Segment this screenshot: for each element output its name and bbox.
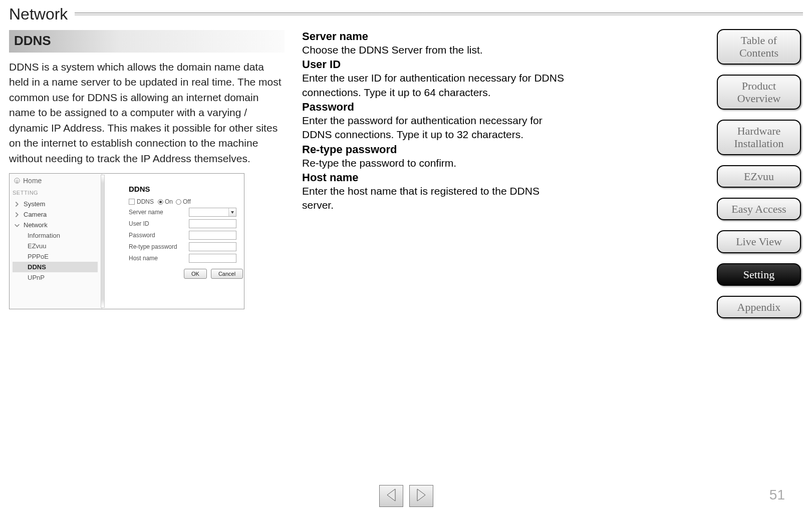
cancel-button[interactable]: Cancel xyxy=(211,269,243,279)
host-name-input[interactable] xyxy=(189,254,236,263)
def-desc-server-name: Choose the DDNS Server from the list. xyxy=(302,43,573,57)
user-id-input[interactable] xyxy=(189,219,236,228)
left-column: DDNS DDNS is a system which allows the d… xyxy=(9,30,285,309)
sidebar-sub-upnp[interactable]: UPnP xyxy=(13,272,102,283)
def-term-password: Password xyxy=(302,101,573,114)
def-term-host-name: Host name xyxy=(302,171,573,184)
pager xyxy=(379,485,433,507)
sidebar-sub-ddns[interactable]: DDNS xyxy=(13,262,98,272)
form-row-retype: Re-type password xyxy=(129,242,240,251)
screenshot-sidebar: Home SETTING System Camera Network Infor… xyxy=(10,174,102,309)
sidebar-item-camera[interactable]: Camera xyxy=(13,209,102,220)
form-row-server-name: Server name xyxy=(129,208,240,217)
def-desc-retype-password: Re-type the password to confirm. xyxy=(302,156,573,170)
chevron-down-icon xyxy=(14,222,21,229)
chevron-right-icon xyxy=(14,211,21,218)
form-row-password: Password xyxy=(129,231,240,240)
nav-product-overview[interactable]: Product Overview xyxy=(717,75,801,110)
server-name-label: Server name xyxy=(129,209,189,216)
settings-screenshot: Home SETTING System Camera Network Infor… xyxy=(9,173,244,309)
ddns-enable-checkbox[interactable] xyxy=(129,199,135,205)
def-desc-password: Enter the password for authentication ne… xyxy=(302,114,573,142)
def-term-user-id: User ID xyxy=(302,58,573,71)
sidebar-item-label: Network xyxy=(24,221,48,229)
host-name-label: Host name xyxy=(129,255,189,262)
home-icon xyxy=(14,177,21,184)
ddns-off-label: Off xyxy=(183,198,191,205)
sidebar-sub-pppoe[interactable]: PPPoE xyxy=(13,251,102,262)
right-nav: Table of Contents Product Overview Hardw… xyxy=(717,29,801,318)
page-title-row: Network xyxy=(9,4,803,24)
section-paragraph: DDNS is a system which allows the domain… xyxy=(9,60,285,166)
arrow-right-icon xyxy=(415,488,427,504)
section-heading: DDNS xyxy=(9,30,285,53)
arrow-left-icon xyxy=(385,488,397,504)
definitions-column: Server name Choose the DDNS Server from … xyxy=(302,30,573,213)
form-row-user-id: User ID xyxy=(129,219,240,228)
ddns-off-radio[interactable] xyxy=(176,199,181,205)
sidebar-item-label: Camera xyxy=(24,211,47,218)
retype-password-input[interactable] xyxy=(189,242,236,251)
svg-marker-1 xyxy=(387,489,395,501)
nav-easy-access[interactable]: Easy Access xyxy=(717,198,801,220)
def-term-retype-password: Re-type password xyxy=(302,143,573,156)
retype-password-label: Re-type password xyxy=(129,243,189,250)
prev-page-button[interactable] xyxy=(379,485,403,507)
page-number: 51 xyxy=(769,487,785,503)
screenshot-form: DDNS DDNS On Off Server name User ID xyxy=(110,174,244,309)
next-page-button[interactable] xyxy=(409,485,433,507)
nav-hardware-installation[interactable]: Hardware Installation xyxy=(717,120,801,155)
def-term-server-name: Server name xyxy=(302,30,573,43)
sidebar-section-label: SETTING xyxy=(13,190,102,196)
sidebar-item-system[interactable]: System xyxy=(13,199,102,209)
form-button-row: OK Cancel xyxy=(129,269,240,279)
page-title: Network xyxy=(9,5,75,24)
svg-marker-2 xyxy=(417,489,425,501)
server-name-select[interactable] xyxy=(189,208,236,217)
sidebar-home[interactable]: Home xyxy=(13,177,102,185)
form-row-enable: DDNS On Off xyxy=(129,198,240,205)
nav-setting[interactable]: Setting xyxy=(717,263,801,286)
ddns-on-label: On xyxy=(165,198,173,205)
ddns-on-radio[interactable] xyxy=(158,199,163,205)
form-row-host: Host name xyxy=(129,254,240,263)
title-divider xyxy=(75,13,803,16)
nav-live-view[interactable]: Live View xyxy=(717,230,801,253)
def-desc-host-name: Enter the host name that is registered t… xyxy=(302,184,573,213)
sidebar-home-label: Home xyxy=(23,177,42,185)
sidebar-item-network[interactable]: Network xyxy=(13,220,102,230)
nav-toc[interactable]: Table of Contents xyxy=(717,29,801,65)
ok-button[interactable]: OK xyxy=(184,269,207,279)
nav-appendix[interactable]: Appendix xyxy=(717,296,801,318)
nav-ezvuu[interactable]: EZvuu xyxy=(717,165,801,188)
sidebar-item-label: System xyxy=(24,200,45,208)
password-label: Password xyxy=(129,232,189,239)
sidebar-sub-ezvuu[interactable]: EZvuu xyxy=(13,241,102,251)
user-id-label: User ID xyxy=(129,220,189,227)
def-desc-user-id: Enter the user ID for authentication nec… xyxy=(302,71,573,100)
ddns-enable-label: DDNS xyxy=(137,198,154,205)
password-input[interactable] xyxy=(189,231,236,240)
chevron-right-icon xyxy=(14,201,21,208)
form-title: DDNS xyxy=(129,185,240,193)
sidebar-sub-information[interactable]: Information xyxy=(13,230,102,241)
